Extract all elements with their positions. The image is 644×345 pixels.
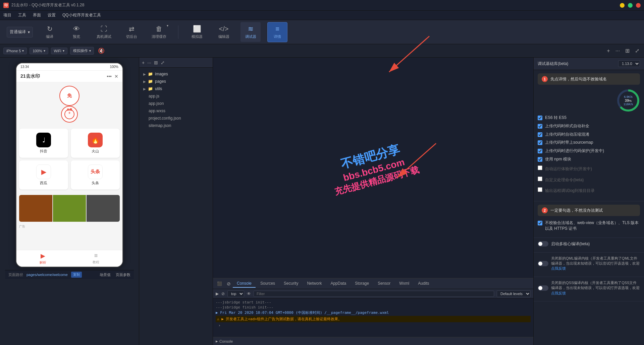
close-icon[interactable]: ✕	[114, 74, 118, 79]
minimize-button[interactable]: ─	[620, 3, 625, 8]
context-select[interactable]: top	[227, 290, 244, 297]
add-button[interactable]: +	[605, 46, 611, 55]
toolbar-compile[interactable]: ↻ 编译	[40, 22, 60, 42]
tab-security[interactable]: Security	[280, 280, 302, 288]
app-huoshan[interactable]: 🔥 火山	[71, 129, 120, 158]
style-checkbox[interactable]	[538, 124, 542, 129]
console-warning-line[interactable]: ⚠ ▶ 开发者工具上<ad>组件上广告为测试数据，请在真机上验证最终效果。	[216, 316, 531, 322]
menu-item-settings[interactable]: 设置	[48, 12, 56, 18]
qml-feedback-link[interactable]: 点我反馈	[551, 266, 566, 270]
remotelog-checkbox[interactable]	[538, 187, 542, 192]
operation-select[interactable]: 模拟操作	[70, 47, 94, 55]
main-layout: 13:34 100% 21去水印 ••• ✕ 免 免费	[0, 58, 644, 345]
toolbar-realtest[interactable]: ⛶ 真机调试	[93, 22, 115, 42]
toolbar-preview[interactable]: 👁 预览	[66, 22, 87, 42]
rotate-button[interactable]: ⤢	[634, 46, 641, 55]
copy-button[interactable]: 复制	[71, 272, 82, 278]
phone-battery: 100%	[110, 65, 118, 69]
folder-pages[interactable]: ▶ 📁 pages	[139, 78, 213, 85]
params-link[interactable]: 页面参数	[116, 272, 130, 277]
debug-version-select[interactable]: 1.13.0	[618, 60, 640, 67]
file-sitemap[interactable]: sitemap.json	[139, 122, 213, 129]
toolbar-clear[interactable]: 🗑 清理缓存 ▾	[148, 22, 170, 42]
close-button[interactable]: ✕	[636, 3, 641, 8]
console-expand-btn[interactable]: ⬛	[216, 280, 223, 287]
qss-feedback-link[interactable]: 点我反馈	[551, 291, 566, 295]
level-select[interactable]: Default levels	[497, 290, 531, 297]
network-select[interactable]: WiFi	[51, 48, 67, 54]
tab-audits[interactable]: Audits	[414, 280, 433, 288]
device-select[interactable]: iPhone 5	[3, 48, 27, 54]
block-icon[interactable]: ⊘	[221, 291, 225, 296]
menu-item-ui[interactable]: 界面	[33, 12, 41, 18]
zoom-select[interactable]: 100%	[30, 48, 48, 54]
run-icon[interactable]: ▶	[216, 291, 219, 296]
es6-checkbox[interactable]	[538, 116, 542, 120]
console-toggle-btn[interactable]: ▸	[216, 339, 218, 344]
tab-wxml[interactable]: Wxml	[395, 280, 413, 288]
more-button[interactable]: ···	[614, 46, 621, 55]
mute-button[interactable]: 🔇	[97, 46, 106, 55]
console-date-text: ▶ Fri Mar 20 2020 10:07:04 GMT+0800 (中国标…	[216, 310, 389, 315]
nav-item-parse[interactable]: ▶ 解析	[16, 250, 69, 267]
eye-icon[interactable]: 👁	[247, 291, 251, 296]
phone-status-bar: 13:34 100%	[16, 63, 122, 71]
tab-appdata[interactable]: AppData	[326, 280, 350, 288]
file-appwxss[interactable]: app.wxss	[139, 107, 213, 115]
compile-mode-select[interactable]: 普通编译 ▾	[7, 27, 33, 38]
file-projectconfig-label: project.config.json	[149, 116, 181, 121]
breadcrumb-path: pages/welcome/welcome	[26, 273, 68, 277]
checkbox-style: 上传代码时样式自动补全	[538, 123, 640, 129]
checkbox-domain: 不校验合法域名、web-view（业务域名）、TLS 版本以及 HTTPS 证书	[538, 220, 640, 231]
auto-checkbox[interactable]	[538, 165, 542, 170]
toolbar-details[interactable]: ≡ 详情	[267, 22, 287, 42]
protect-checkbox[interactable]	[538, 149, 542, 153]
maximize-button[interactable]: □	[628, 3, 633, 8]
console-line-3[interactable]: ▶ Fri Mar 20 2020 10:07:04 GMT+0800 (中国标…	[216, 310, 531, 316]
filetree-expand-button[interactable]: ⤢	[161, 60, 165, 65]
multicore-toggle[interactable]	[538, 241, 548, 247]
folder-utils[interactable]: ▶ 📁 utils	[139, 85, 213, 92]
nav-item-tutorial[interactable]: ≡ 教程	[69, 250, 122, 267]
console-clear-btn[interactable]: ⊘	[225, 280, 232, 288]
scene-link[interactable]: 场景值	[100, 272, 111, 277]
tab-sensor[interactable]: Sensor	[374, 280, 394, 288]
filetree-more-button[interactable]: ···	[147, 60, 151, 65]
file-appjson[interactable]: app.json	[139, 100, 213, 107]
menu-item-tools[interactable]: 工具	[18, 12, 26, 18]
custom-checkbox[interactable]	[538, 177, 542, 181]
toolbar-debugger[interactable]: ≋ 调试器	[240, 22, 261, 42]
app-xigua[interactable]: ▶ 西瓜	[19, 160, 68, 190]
tab-network[interactable]: Network	[303, 280, 326, 288]
tab-sources[interactable]: Sources	[256, 280, 279, 288]
sourcemap-checkbox[interactable]	[538, 140, 542, 145]
toolbar-backend[interactable]: ⇄ 切后台	[121, 22, 142, 42]
phone-header-icons: ••• ✕	[107, 74, 118, 79]
toolbar-editor[interactable]: </> 编辑器	[214, 22, 234, 42]
folder-images[interactable]: ▶ 📁 images	[139, 70, 213, 78]
clear-icon: 🗑	[156, 25, 162, 33]
filetree-layout-button[interactable]: ⊞	[154, 60, 158, 65]
auto-label: 自动运行体验评分(开发中)	[545, 165, 592, 173]
npm-checkbox[interactable]	[538, 157, 542, 162]
minify-checkbox[interactable]	[538, 132, 542, 137]
filetree-add-button[interactable]: +	[142, 60, 145, 65]
console-panel: ⬛ ⊘ Console Sources Security Network App…	[213, 278, 533, 345]
app-tiktok[interactable]: ♩ 抖音	[19, 129, 68, 158]
tab-storage[interactable]: Storage	[351, 280, 373, 288]
menu-item-project[interactable]: 项目	[3, 12, 11, 18]
toolbar-simulator[interactable]: ⬜ 模拟器	[187, 22, 207, 42]
menu-item-qq[interactable]: QQ小程序开发者工具	[62, 12, 101, 18]
file-projectconfig[interactable]: project.config.json	[139, 115, 213, 122]
domain-checkbox[interactable]	[538, 221, 542, 225]
tab-console[interactable]: Console	[233, 280, 256, 288]
filter-input[interactable]	[254, 291, 494, 297]
console-prompt[interactable]: ›	[216, 323, 531, 328]
app-toutiao[interactable]: 头条 头条	[71, 160, 120, 190]
more-icon[interactable]: •••	[107, 74, 112, 79]
qss-toggle[interactable]	[538, 285, 548, 291]
qml-toggle[interactable]	[538, 261, 548, 266]
qml-section: 关闭新的QML编译内核（开发者工具重构了QML文件编译器，当出现未知错误，可以尝…	[534, 253, 644, 277]
layout-button[interactable]: ⊞	[624, 46, 631, 55]
file-appjs[interactable]: app.js	[139, 92, 213, 100]
